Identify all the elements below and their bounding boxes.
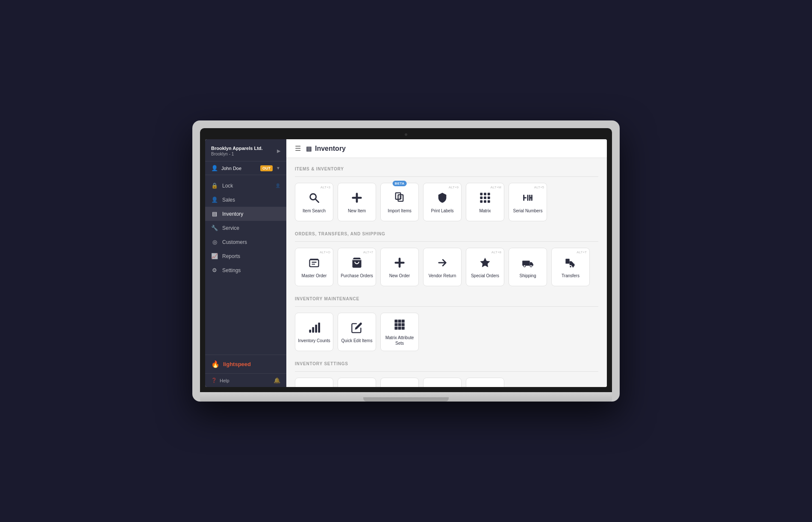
vendor-return-icon xyxy=(436,257,448,270)
card-label-quick-edit-items: Quick Edit Items xyxy=(341,338,373,343)
laptop-outer: Brooklyn Apparels Ltd. Brooklyn - 1 ▶ 👤 … xyxy=(192,120,620,402)
card-label-purchase-orders: Purchase Orders xyxy=(341,273,373,279)
card-label-new-item: New Item xyxy=(348,208,366,214)
screen-bezel: Brooklyn Apparels Ltd. Brooklyn - 1 ▶ 👤 … xyxy=(200,128,612,392)
inventory-icon: ▤ xyxy=(211,211,218,217)
card-matrix[interactable]: ALT+M xyxy=(466,183,504,221)
card-label-special-orders: Special Orders xyxy=(471,273,499,279)
svg-rect-11 xyxy=(480,196,482,199)
card-settings-2[interactable] xyxy=(338,378,376,387)
page-title: ▤ Inventory xyxy=(306,145,346,152)
card-label-transfers: Transfers xyxy=(562,273,580,279)
sidebar-store[interactable]: Brooklyn Apparels Ltd. Brooklyn - 1 ▶ xyxy=(205,139,286,161)
main-header: ☰ ▤ Inventory xyxy=(286,139,607,158)
sidebar-item-service[interactable]: 🔧 Service xyxy=(205,221,286,235)
card-settings-3[interactable] xyxy=(380,378,419,387)
sidebar-item-label: Service xyxy=(222,225,239,231)
card-label-shipping: Shipping xyxy=(520,273,536,279)
svg-rect-36 xyxy=(318,323,320,332)
card-settings-5[interactable] xyxy=(466,378,504,387)
hamburger-icon[interactable]: ☰ xyxy=(295,144,301,152)
import-items-icon xyxy=(394,192,406,205)
section-label-orders: ORDERS, TRANSFERS, AND SHIPPING xyxy=(295,232,598,236)
svg-rect-33 xyxy=(309,329,311,332)
transfers-icon xyxy=(565,257,577,270)
card-import-items[interactable]: BETA Impor xyxy=(380,183,419,221)
sidebar-logo: 🔥 lightspeed xyxy=(205,355,286,373)
card-label-inventory-counts: Inventory Counts xyxy=(298,338,330,343)
card-new-item[interactable]: New Item xyxy=(338,183,376,221)
sidebar-item-lock[interactable]: 🔒 Lock 👤 xyxy=(205,179,286,193)
maintenance-grid: Inventory Counts xyxy=(295,313,598,351)
store-arrow-icon: ▶ xyxy=(277,148,280,154)
card-shipping[interactable]: Shipping xyxy=(509,248,547,286)
sidebar-item-inventory[interactable]: ▤ Inventory xyxy=(205,207,286,221)
notification-icon[interactable]: 🔔 xyxy=(274,377,280,384)
card-new-order[interactable]: New Order xyxy=(380,248,419,286)
card-inventory-counts[interactable]: Inventory Counts xyxy=(295,313,333,351)
section-label-items: ITEMS & INVENTORY xyxy=(295,167,598,171)
shortcut-item-search: ALT+3 xyxy=(321,185,330,189)
section-inventory-settings: INVENTORY SETTINGS xyxy=(295,361,598,387)
help-button[interactable]: ❓ Help xyxy=(211,378,229,383)
svg-rect-44 xyxy=(398,327,401,330)
card-label-master-order: Master Order xyxy=(302,273,327,279)
shortcut-transfers: ALT+T xyxy=(577,250,587,254)
lock-icon: 🔒 xyxy=(211,182,218,189)
card-serial-numbers[interactable]: ALT+5 xyxy=(509,183,547,221)
settings-grid xyxy=(295,378,598,387)
card-print-labels[interactable]: ALT+9 Print Labels xyxy=(423,183,462,221)
camera xyxy=(405,133,407,136)
shortcut-special-orders: ALT+8 xyxy=(491,250,501,254)
special-orders-icon xyxy=(479,257,491,270)
shortcut-matrix: ALT+M xyxy=(491,185,501,189)
sidebar-item-label: Customers xyxy=(222,239,247,245)
sidebar-nav: 🔒 Lock 👤 👤 Sales ▤ Inventory xyxy=(205,175,286,355)
shortcut-master-order: ALT+O xyxy=(320,250,330,254)
section-items-inventory: ITEMS & INVENTORY ALT+3 xyxy=(295,167,598,221)
svg-rect-39 xyxy=(402,320,405,323)
svg-rect-9 xyxy=(484,193,486,195)
card-settings-1[interactable] xyxy=(295,378,333,387)
card-master-order[interactable]: ALT+O Master Order xyxy=(295,248,333,286)
card-purchase-orders[interactable]: ALT+7 Purchase Orders xyxy=(338,248,376,286)
new-item-plus-icon xyxy=(351,192,363,205)
section-label-settings: INVENTORY SETTINGS xyxy=(295,361,598,366)
section-divider xyxy=(295,176,598,177)
print-labels-icon xyxy=(436,192,448,205)
card-label-new-order: New Order xyxy=(389,273,410,279)
sidebar-user[interactable]: 👤 John Doe OUT ▼ xyxy=(205,161,286,175)
svg-rect-35 xyxy=(315,325,317,333)
lightspeed-flame-icon: 🔥 xyxy=(211,360,220,368)
card-vendor-return[interactable]: Vendor Return xyxy=(423,248,462,286)
svg-rect-10 xyxy=(488,193,490,195)
card-transfers[interactable]: ALT+T xyxy=(551,248,590,286)
quick-edit-items-icon xyxy=(351,322,363,335)
card-label-import-items: Import Items xyxy=(388,208,412,214)
svg-rect-14 xyxy=(480,200,482,202)
svg-rect-43 xyxy=(394,327,397,330)
sidebar-item-customers[interactable]: ◎ Customers xyxy=(205,235,286,249)
svg-point-31 xyxy=(570,266,571,267)
svg-rect-42 xyxy=(402,323,405,326)
svg-marker-25 xyxy=(480,258,490,267)
card-matrix-attribute-sets[interactable]: Matrix Attribute Sets xyxy=(380,313,419,351)
card-label-vendor-return: Vendor Return xyxy=(429,273,456,279)
page-title-text: Inventory xyxy=(315,145,346,152)
sidebar-item-reports[interactable]: 📈 Reports xyxy=(205,249,286,263)
help-icon: ❓ xyxy=(211,378,217,383)
sidebar-item-sales[interactable]: 👤 Sales xyxy=(205,193,286,207)
sidebar-item-label: Inventory xyxy=(222,211,243,217)
card-label-serial-numbers: Serial Numbers xyxy=(513,208,543,214)
svg-line-1 xyxy=(316,199,319,202)
settings-icon: ⚙ xyxy=(211,267,218,273)
card-item-search[interactable]: ALT+3 Item Search xyxy=(295,183,333,221)
svg-rect-15 xyxy=(484,200,486,202)
card-settings-4[interactable] xyxy=(423,378,462,387)
card-special-orders[interactable]: ALT+8 Special Orders xyxy=(466,248,504,286)
svg-rect-16 xyxy=(488,200,490,202)
card-quick-edit-items[interactable]: Quick Edit Items xyxy=(338,313,376,351)
sidebar-item-settings[interactable]: ⚙ Settings xyxy=(205,263,286,277)
svg-rect-41 xyxy=(398,323,401,326)
section-inventory-maintenance: INVENTORY MAINTENANCE xyxy=(295,296,598,351)
